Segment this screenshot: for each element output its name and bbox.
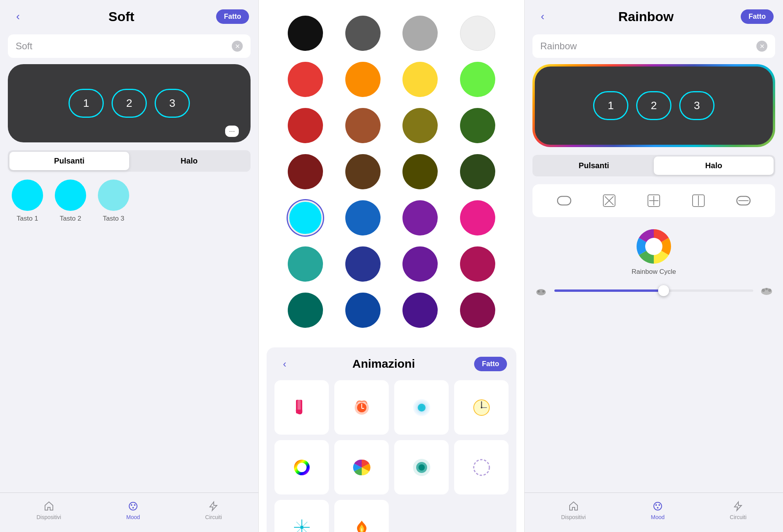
svg-point-27 bbox=[300, 526, 303, 529]
anim-ring-dashed[interactable] bbox=[454, 440, 509, 494]
left-back-button[interactable]: ‹ bbox=[9, 8, 27, 25]
halo-icon-lines[interactable] bbox=[733, 191, 754, 211]
color-yellow[interactable] bbox=[402, 62, 438, 97]
color-dark-green[interactable] bbox=[460, 154, 495, 189]
left-nav-mood[interactable]: Mood bbox=[126, 501, 140, 520]
color-navy[interactable] bbox=[345, 293, 381, 328]
color-dark-red[interactable] bbox=[288, 108, 323, 143]
anim-paint-icon bbox=[292, 398, 312, 417]
color-dark-brown[interactable] bbox=[345, 154, 381, 189]
right-name-input[interactable] bbox=[540, 41, 756, 52]
anim-wave[interactable] bbox=[394, 440, 449, 494]
left-more-button[interactable]: ··· bbox=[225, 126, 239, 137]
color-deep-pink[interactable] bbox=[460, 246, 495, 282]
right-fatto-button[interactable]: Fatto bbox=[741, 9, 774, 24]
color-black[interactable] bbox=[288, 16, 323, 51]
left-device-preview: 1 2 3 ··· bbox=[8, 64, 251, 142]
left-btn-2[interactable]: 2 bbox=[112, 89, 147, 118]
color-dark-purple[interactable] bbox=[402, 246, 438, 282]
left-color-btn-3[interactable]: Tasto 3 bbox=[98, 180, 129, 223]
halo-icon-rect[interactable] bbox=[554, 191, 574, 211]
bolt-icon-right bbox=[732, 501, 743, 512]
speed-slider-thumb[interactable] bbox=[658, 285, 669, 296]
animazioni-back-icon: ‹ bbox=[283, 358, 287, 370]
right-tab-halo[interactable]: Halo bbox=[654, 156, 774, 175]
right-btn-2[interactable]: 2 bbox=[636, 91, 671, 120]
svg-point-2 bbox=[134, 504, 135, 506]
svg-point-47 bbox=[768, 289, 771, 292]
right-tab-pulsanti[interactable]: Pulsanti bbox=[534, 156, 654, 175]
animazioni-back-button[interactable]: ‹ bbox=[276, 355, 293, 372]
anim-rainbow-ring[interactable] bbox=[274, 440, 329, 494]
left-fatto-button[interactable]: Fatto bbox=[216, 9, 249, 24]
right-nav-mood-label: Mood bbox=[651, 514, 665, 520]
color-teal[interactable] bbox=[288, 246, 323, 282]
color-purple[interactable] bbox=[402, 200, 438, 235]
right-back-button[interactable]: ‹ bbox=[534, 8, 551, 25]
left-tab-halo[interactable]: Halo bbox=[129, 152, 249, 170]
anim-alarm-icon bbox=[352, 398, 372, 417]
left-color-btn-2[interactable]: Tasto 2 bbox=[55, 180, 86, 223]
right-nav-mood[interactable]: Mood bbox=[651, 501, 665, 520]
halo-icon-cross[interactable] bbox=[644, 191, 664, 211]
middle-color-section bbox=[259, 0, 524, 347]
right-btn-1[interactable]: 1 bbox=[593, 91, 628, 120]
left-color-btn-1[interactable]: Tasto 1 bbox=[12, 180, 43, 223]
anim-clock[interactable] bbox=[454, 380, 509, 435]
left-name-input[interactable] bbox=[16, 41, 232, 52]
color-dark-blue[interactable] bbox=[345, 246, 381, 282]
left-color-dot-2 bbox=[55, 180, 86, 211]
color-deep-purple[interactable] bbox=[402, 293, 438, 328]
left-nav-dispositivi[interactable]: Dispositivi bbox=[36, 501, 61, 520]
right-name-input-wrap: ✕ bbox=[532, 34, 775, 58]
right-clear-icon[interactable]: ✕ bbox=[756, 41, 767, 52]
speed-slider-track[interactable] bbox=[554, 289, 753, 292]
color-green[interactable] bbox=[460, 108, 495, 143]
left-btn-3[interactable]: 3 bbox=[155, 89, 190, 118]
left-nav-dispositivi-label: Dispositivi bbox=[36, 514, 61, 520]
palette-icon-right bbox=[652, 501, 663, 512]
anim-paint[interactable] bbox=[274, 380, 329, 435]
color-dark-teal[interactable] bbox=[288, 293, 323, 328]
svg-point-43 bbox=[538, 290, 540, 293]
left-device-body: 1 2 3 bbox=[8, 64, 251, 142]
color-orange[interactable] bbox=[345, 62, 381, 97]
color-red[interactable] bbox=[288, 62, 323, 97]
right-device-preview: 1 2 3 bbox=[532, 64, 775, 147]
lines-icon bbox=[736, 196, 751, 206]
svg-point-15 bbox=[481, 407, 482, 408]
right-nav-circuiti[interactable]: Circuiti bbox=[730, 501, 747, 520]
color-olive[interactable] bbox=[402, 108, 438, 143]
svg-point-3 bbox=[132, 507, 134, 509]
halo-icon-x[interactable] bbox=[599, 191, 619, 211]
right-btn-3[interactable]: 3 bbox=[679, 91, 714, 120]
color-dark-gray[interactable] bbox=[345, 16, 381, 51]
rainbow-cycle-icon[interactable] bbox=[636, 229, 671, 264]
color-hot-pink[interactable] bbox=[460, 200, 495, 235]
left-panel: ‹ Soft Fatto ✕ 1 2 3 ··· Pulsanti Halo bbox=[0, 0, 258, 532]
color-light-green[interactable] bbox=[460, 62, 495, 97]
color-blue[interactable] bbox=[345, 200, 381, 235]
color-dark-olive[interactable] bbox=[402, 154, 438, 189]
color-brown-orange[interactable] bbox=[345, 108, 381, 143]
color-white[interactable] bbox=[460, 16, 495, 51]
anim-glow[interactable] bbox=[394, 380, 449, 435]
color-cyan-selected[interactable] bbox=[288, 200, 323, 235]
left-btn-1[interactable]: 1 bbox=[69, 89, 104, 118]
anim-sparkle[interactable] bbox=[274, 500, 329, 532]
svg-point-46 bbox=[762, 289, 765, 292]
right-header: ‹ Rainbow Fatto bbox=[525, 0, 783, 31]
color-maroon[interactable] bbox=[288, 154, 323, 189]
halo-icon-half[interactable] bbox=[688, 191, 709, 211]
left-tab-pulsanti[interactable]: Pulsanti bbox=[9, 152, 129, 170]
anim-alarm[interactable] bbox=[334, 380, 389, 435]
left-nav-circuiti[interactable]: Circuiti bbox=[205, 501, 222, 520]
animazioni-fatto-button[interactable]: Fatto bbox=[474, 357, 507, 371]
color-dark-magenta[interactable] bbox=[460, 293, 495, 328]
x-pattern-icon bbox=[603, 194, 615, 207]
anim-fire[interactable] bbox=[334, 500, 389, 532]
left-clear-icon[interactable]: ✕ bbox=[232, 41, 243, 52]
color-light-gray[interactable] bbox=[402, 16, 438, 51]
anim-color-wheel[interactable] bbox=[334, 440, 389, 494]
right-nav-dispositivi[interactable]: Dispositivi bbox=[561, 501, 586, 520]
